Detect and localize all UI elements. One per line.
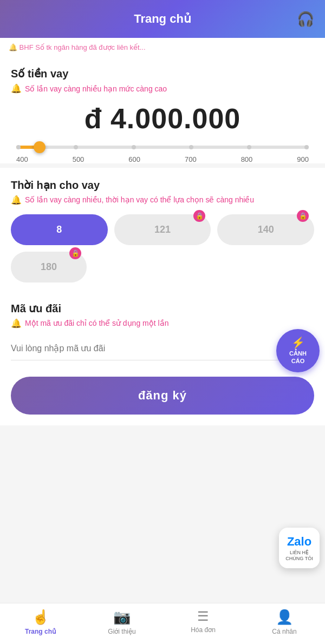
duration-btn-140[interactable]: 140 🔒 bbox=[217, 214, 314, 245]
loan-duration-warning-icon: 🔔 bbox=[11, 195, 22, 205]
register-section: đăng ký bbox=[0, 360, 325, 425]
slider-dot-2 bbox=[74, 145, 78, 149]
banner-text: 🔔 BHF Số tk ngân hàng đã được liên kết..… bbox=[9, 43, 146, 51]
slider-track[interactable] bbox=[16, 146, 309, 149]
slider-thumb[interactable] bbox=[34, 141, 46, 153]
promo-input[interactable] bbox=[11, 344, 314, 353]
promo-section: Mã ưu đãi 🔔 Một mã ưu đãi chỉ có thể sử … bbox=[0, 291, 325, 360]
intro-icon: 📷 bbox=[113, 609, 131, 626]
canh-cao-text: CẢNHCÁO bbox=[289, 350, 307, 364]
lock-icon-140: 🔒 bbox=[297, 210, 309, 222]
loan-amount-title: Số tiền vay bbox=[11, 67, 314, 80]
slider-label-900: 900 bbox=[297, 155, 309, 163]
loan-duration-warning-text: Số lần vay càng nhiều, thời hạn vay có t… bbox=[25, 195, 254, 206]
canh-cao-badge[interactable]: ⚡ CẢNHCÁO bbox=[276, 329, 320, 372]
loan-duration-warning-row: 🔔 Số lần vay càng nhiều, thời hạn vay có… bbox=[11, 195, 314, 206]
nav-item-profile[interactable]: 👤 Cá nhân bbox=[265, 609, 303, 635]
profile-icon: 👤 bbox=[276, 609, 293, 626]
lock-icon-121: 🔒 bbox=[193, 210, 205, 222]
slider-dot-4 bbox=[189, 145, 193, 149]
zalo-logo: Zalo bbox=[287, 535, 311, 549]
slider-dot-6 bbox=[304, 145, 309, 149]
slider-label-800: 800 bbox=[241, 155, 253, 163]
home-icon: ☝️ bbox=[32, 609, 49, 626]
support-icon[interactable]: 🎧 bbox=[297, 11, 314, 28]
loan-duration-title: Thời hạn cho vay bbox=[11, 179, 314, 192]
nav-item-invoice[interactable]: ☰ Hóa đơn bbox=[184, 609, 222, 635]
slider-dot-3 bbox=[132, 145, 136, 149]
zalo-text: LIÊN HỆCHÚNG TÔI bbox=[285, 550, 313, 562]
loan-amount-warning-text: Số lần vay càng nhiều hạn mức càng cao bbox=[25, 84, 167, 93]
nav-label-home: Trang chủ bbox=[25, 628, 56, 635]
spacer bbox=[0, 425, 325, 479]
canh-cao-icon: ⚡ bbox=[291, 336, 305, 349]
slider-dots bbox=[16, 145, 309, 149]
slider-label-400: 400 bbox=[16, 155, 28, 163]
loan-amount-warning-icon: 🔔 bbox=[11, 83, 22, 94]
slider-labels: 400 500 600 700 800 900 bbox=[16, 155, 309, 163]
nav-item-intro[interactable]: 📷 Giới thiệu bbox=[103, 609, 141, 635]
promo-warning-row: 🔔 Một mã ưu đãi chỉ có thể sử dụng một l… bbox=[11, 318, 314, 328]
zalo-button[interactable]: Zalo LIÊN HỆCHÚNG TÔI bbox=[279, 528, 320, 568]
header: Trang chủ 🎧 bbox=[0, 0, 325, 38]
loan-amount-warning-row: 🔔 Số lần vay càng nhiều hạn mức càng cao bbox=[11, 83, 314, 94]
promo-title: Mã ưu đãi bbox=[11, 302, 314, 315]
nav-item-home[interactable]: ☝️ Trang chủ bbox=[22, 609, 60, 635]
slider-dot-5 bbox=[247, 145, 251, 149]
loan-duration-section: Thời hạn cho vay 🔔 Số lần vay càng nhiều… bbox=[0, 168, 325, 291]
nav-label-invoice: Hóa đơn bbox=[191, 626, 216, 634]
nav-label-profile: Cá nhân bbox=[272, 628, 296, 635]
duration-btn-121[interactable]: 121 🔒 bbox=[114, 214, 211, 245]
slider-label-600: 600 bbox=[128, 155, 140, 163]
loan-amount-display: đ 4.000.000 bbox=[11, 102, 314, 135]
slider-label-700: 700 bbox=[185, 155, 197, 163]
duration-btn-8[interactable]: 8 bbox=[11, 214, 108, 245]
lock-icon-180: 🔒 bbox=[69, 247, 81, 259]
header-title: Trang chủ bbox=[134, 12, 191, 26]
loan-amount-section: Số tiền vay 🔔 Số lần vay càng nhiều hạn … bbox=[0, 56, 325, 163]
promo-input-row: ⚡ CẢNHCÁO bbox=[11, 337, 314, 360]
bottom-nav: ☝️ Trang chủ 📷 Giới thiệu ☰ Hóa đơn 👤 Cá… bbox=[0, 603, 325, 644]
promo-warning-text: Một mã ưu đãi chỉ có thể sử dụng một lần bbox=[25, 319, 168, 327]
loan-slider[interactable]: 400 500 600 700 800 900 bbox=[11, 146, 314, 163]
register-button[interactable]: đăng ký bbox=[11, 377, 314, 415]
promo-warning-icon: 🔔 bbox=[11, 318, 22, 328]
duration-options-grid: 8 121 🔒 140 🔒 bbox=[11, 214, 314, 245]
banner-area: 🔔 BHF Số tk ngân hàng đã được liên kết..… bbox=[0, 38, 325, 56]
slider-label-500: 500 bbox=[73, 155, 84, 163]
slider-dot-1 bbox=[16, 145, 21, 149]
invoice-icon: ☰ bbox=[197, 609, 209, 624]
duration-btn-180[interactable]: 180 🔒 bbox=[11, 252, 87, 282]
nav-label-intro: Giới thiệu bbox=[108, 628, 135, 635]
